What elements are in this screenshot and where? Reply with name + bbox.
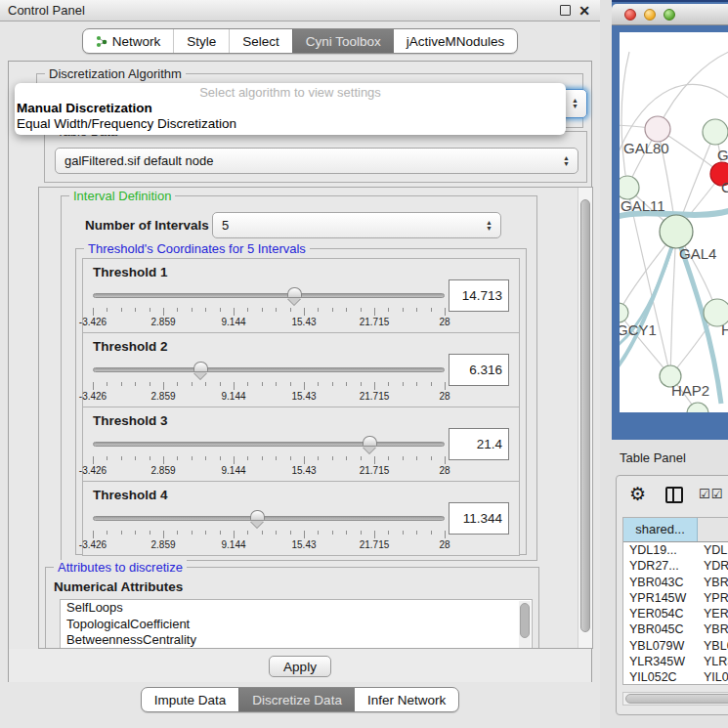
tab-jactivemnodules[interactable]: jActiveMNodules bbox=[394, 29, 518, 53]
threshold-slider[interactable]: -3.4262.8599.14415.4321.71528 bbox=[93, 359, 445, 406]
settings-vertical-scrollbar[interactable] bbox=[578, 188, 592, 648]
threshold-label: Threshold 2 bbox=[93, 339, 168, 354]
table-cell[interactable]: YDL1 bbox=[698, 542, 728, 558]
table-cell[interactable]: YDR2 bbox=[698, 558, 728, 574]
bottom-tab-infer-network[interactable]: Infer Network bbox=[355, 688, 458, 711]
table-row[interactable]: YDL19...YDL1 bbox=[623, 542, 728, 558]
node-label: C bbox=[721, 179, 728, 195]
table-cell[interactable]: YDL19... bbox=[623, 542, 698, 558]
table-row[interactable]: YLR345WYLR3 bbox=[623, 654, 728, 669]
attribute-list-item[interactable]: BetweennessCentrality bbox=[61, 632, 532, 649]
attributes-group: Attributes to discretize Numerical Attri… bbox=[45, 567, 539, 649]
close-traffic-light-icon[interactable] bbox=[624, 9, 636, 21]
table-row[interactable]: YDR27...YDR2 bbox=[623, 558, 728, 574]
table-row[interactable]: YIL052CYIL0 bbox=[623, 669, 728, 685]
stepper-icon: ▲▼ bbox=[486, 220, 492, 232]
table-cell[interactable]: YDR27... bbox=[623, 558, 698, 574]
threshold-panel-2: Threshold 2-3.4262.8599.14415.4321.71528… bbox=[82, 332, 520, 407]
tab-network[interactable]: Network bbox=[83, 29, 174, 53]
threshold-slider[interactable]: -3.4262.8599.14415.4321.71528 bbox=[93, 433, 445, 480]
select-columns-icon[interactable]: ☑☑ bbox=[699, 487, 723, 501]
table-horizontal-scrollbar[interactable] bbox=[622, 692, 728, 706]
slider-thumb[interactable] bbox=[193, 362, 208, 371]
network-node[interactable] bbox=[660, 215, 693, 248]
bottom-tab-impute-data[interactable]: Impute Data bbox=[142, 688, 239, 711]
table-cell[interactable]: YBL079W bbox=[623, 638, 698, 654]
tab-cyni-toolbox[interactable]: Cyni Toolbox bbox=[292, 29, 394, 53]
gear-icon[interactable]: ⚙ bbox=[629, 483, 646, 505]
table-cell[interactable]: YIL052C bbox=[623, 669, 698, 685]
float-window-icon[interactable] bbox=[560, 5, 571, 16]
slider-scale-labels: -3.4262.8599.14415.4321.71528 bbox=[93, 317, 445, 328]
table-row[interactable]: YBR045CYBR0 bbox=[623, 621, 728, 637]
table-cell[interactable]: YIL0 bbox=[698, 669, 728, 685]
dropdown-option-manual[interactable]: Manual Discretization bbox=[15, 101, 566, 116]
table-row[interactable]: YBR043CYBR0 bbox=[623, 575, 728, 590]
control-panel-window: Control Panel ✕ NetworkStyleSelectCyni T… bbox=[0, 0, 600, 728]
network-window-titlebar[interactable] bbox=[612, 4, 728, 25]
slider-scale-labels: -3.4262.8599.14415.4321.71528 bbox=[93, 391, 445, 403]
table-cell[interactable]: YER0 bbox=[698, 606, 728, 621]
bottom-tab-discretize-data[interactable]: Discretize Data bbox=[238, 688, 355, 711]
node-table[interactable]: shared... na YDL19...YDL1YDR27...YDR2YBR… bbox=[622, 517, 728, 685]
slider-ticks bbox=[93, 306, 445, 315]
attributes-list-scrollbar[interactable] bbox=[519, 601, 531, 649]
dropdown-option-equal-width[interactable]: Equal Width/Frequency Discretization bbox=[15, 116, 566, 132]
table-cell[interactable]: YPR1 bbox=[698, 590, 728, 606]
network-node[interactable] bbox=[645, 116, 670, 142]
split-table-icon[interactable] bbox=[665, 487, 683, 503]
column-header-name[interactable]: na bbox=[698, 518, 728, 541]
number-of-intervals-combobox[interactable]: 5 ▲▼ bbox=[212, 212, 501, 238]
close-icon[interactable]: ✕ bbox=[578, 2, 590, 20]
slider-track[interactable] bbox=[93, 516, 445, 521]
network-canvas[interactable]: GAL80GALCGAL11GAL4GCY1HHAP2 bbox=[620, 32, 728, 412]
attribute-list-item[interactable]: SelfLoops bbox=[61, 600, 532, 617]
network-node[interactable] bbox=[620, 303, 628, 322]
algorithm-dropdown-popup: Select algorithm to view settings Manual… bbox=[15, 83, 566, 135]
table-cell[interactable]: YPR145W bbox=[623, 590, 698, 606]
network-node[interactable] bbox=[687, 403, 708, 412]
node-label: GAL80 bbox=[623, 140, 669, 156]
attribute-list-item[interactable]: TopologicalCoefficient bbox=[61, 617, 532, 633]
tick-label: 9.144 bbox=[221, 539, 245, 550]
minimize-traffic-light-icon[interactable] bbox=[644, 9, 656, 21]
zoom-traffic-light-icon[interactable] bbox=[664, 9, 675, 21]
table-data-combobox[interactable]: galFiltered.sif default node ▲▼ bbox=[55, 148, 578, 174]
table-cell[interactable]: YBR0 bbox=[698, 621, 728, 637]
table-cell[interactable]: YBL0 bbox=[698, 638, 728, 654]
table-row[interactable]: YPR145WYPR1 bbox=[623, 590, 728, 606]
slider-track[interactable] bbox=[93, 367, 445, 372]
threshold-value-input[interactable]: 14.713 bbox=[449, 279, 509, 312]
table-cell[interactable]: YBR045C bbox=[623, 621, 698, 637]
table-cell[interactable]: YBR043C bbox=[623, 575, 698, 590]
slider-thumb[interactable] bbox=[250, 510, 265, 520]
tick-label: 28 bbox=[439, 317, 450, 327]
apply-button[interactable]: Apply bbox=[269, 656, 331, 677]
slider-track[interactable] bbox=[93, 442, 445, 447]
table-row[interactable]: YER054CYER0 bbox=[623, 606, 728, 621]
column-header-shared-name[interactable]: shared... bbox=[623, 518, 698, 541]
table-cell[interactable]: YLR3 bbox=[698, 654, 728, 669]
slider-track[interactable] bbox=[93, 293, 445, 298]
node-label: HAP2 bbox=[671, 382, 709, 399]
tick-label: 15.43 bbox=[291, 539, 316, 550]
network-node[interactable] bbox=[703, 119, 728, 145]
table-cell[interactable]: YBR0 bbox=[698, 575, 728, 590]
threshold-value-input[interactable]: 6.316 bbox=[449, 354, 509, 386]
slider-thumb[interactable] bbox=[287, 287, 302, 297]
threshold-slider[interactable]: -3.4262.8599.14415.4321.71528 bbox=[93, 284, 445, 331]
threshold-value-input[interactable]: 11.344 bbox=[449, 502, 509, 535]
threshold-slider[interactable]: -3.4262.8599.14415.4321.71528 bbox=[93, 507, 445, 554]
numerical-attributes-list[interactable]: SelfLoopsTopologicalCoefficientBetweenne… bbox=[60, 599, 533, 649]
table-cell[interactable]: YLR345W bbox=[623, 654, 698, 669]
table-cell[interactable]: YER054C bbox=[623, 606, 698, 621]
network-node[interactable] bbox=[620, 176, 639, 199]
tab-style[interactable]: Style bbox=[173, 29, 229, 53]
slider-thumb[interactable] bbox=[363, 436, 377, 446]
tab-select[interactable]: Select bbox=[229, 29, 292, 53]
tick-label: 2.859 bbox=[150, 317, 175, 327]
slider-ticks bbox=[93, 380, 445, 389]
threshold-value-input[interactable]: 21.4 bbox=[449, 428, 509, 460]
edge[interactable] bbox=[621, 52, 629, 188]
table-row[interactable]: YBL079WYBL0 bbox=[623, 638, 728, 654]
